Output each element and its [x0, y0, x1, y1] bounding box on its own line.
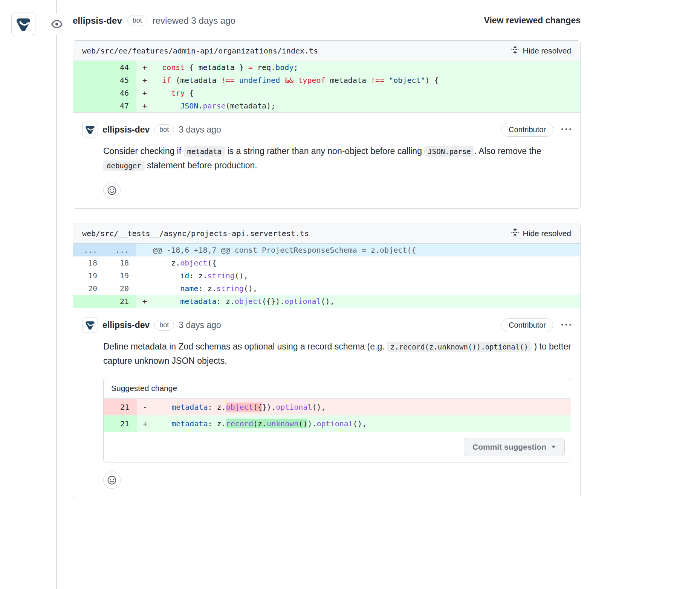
diff-marker: + [136, 61, 153, 74]
diff-line: ......@@ -18,6 +18,7 @@ const ProjectRes… [73, 244, 580, 256]
code-text: z.object({ [153, 256, 580, 269]
review-thread-card-2: web/src/__tests__/async/projects-api.ser… [73, 223, 581, 498]
hide-resolved-button[interactable]: Hide resolved [511, 46, 571, 56]
suggestion-footer: Commit suggestion [104, 432, 571, 462]
diff-marker [136, 256, 153, 269]
ellipsis-logo-icon [15, 15, 32, 33]
line-number: ... [105, 244, 136, 256]
file-path-link[interactable]: web/src/__tests__/async/projects-api.ser… [82, 229, 309, 238]
diff-block: 44+ const { metadata } = req.body;45+ if… [73, 61, 580, 112]
review-action-text: reviewed 3 days ago [153, 15, 235, 26]
kebab-icon [561, 320, 571, 330]
bot-badge: bot [154, 124, 174, 135]
line-number [73, 87, 105, 99]
diff-line: 2020 name: z.string(), [73, 282, 580, 295]
view-reviewed-changes-link[interactable]: View reviewed changes [484, 15, 581, 26]
line-number: 19 [105, 269, 136, 282]
smiley-icon [107, 186, 117, 195]
code-text: metadata: z.object({}).optional(), [153, 295, 580, 308]
eye-icon [48, 14, 66, 35]
fold-icon [511, 46, 519, 56]
file-path-link[interactable]: web/src/ee/features/admin-api/organizati… [82, 46, 318, 55]
commit-suggestion-label: Commit suggestion [472, 443, 546, 452]
diff-line: 21+ metadata: z.object({}).optional(), [73, 295, 580, 308]
diff-marker: + [136, 74, 153, 87]
reviewer-avatar[interactable] [11, 12, 35, 36]
inline-code: debugger [103, 160, 145, 171]
code-text: const { metadata } = req.body; [153, 61, 580, 74]
ellipsis-logo-icon [84, 124, 96, 135]
comment-timestamp[interactable]: 3 days ago [179, 320, 221, 330]
diff-line: 44+ const { metadata } = req.body; [73, 61, 580, 74]
code-text: metadata: z.object({}).optional(), [153, 399, 571, 415]
caret-down-icon [551, 445, 556, 449]
comment-author-name[interactable]: ellipsis-dev [102, 320, 150, 330]
line-number: 46 [105, 87, 136, 99]
diff-line: 45+ if (metadata !== undefined && typeof… [73, 74, 580, 87]
diff-line: 1818 z.object({ [73, 256, 580, 269]
diff-line: 47+ JSON.parse(metadata); [73, 99, 580, 112]
hide-resolved-label: Hide resolved [523, 46, 571, 55]
line-number: 47 [105, 99, 136, 112]
code-text: metadata: z.record(z.unknown()).optional… [153, 415, 571, 432]
add-reaction-button[interactable] [103, 182, 121, 199]
line-number: 20 [105, 282, 136, 295]
comment-options-button[interactable] [561, 320, 571, 330]
diff-marker [136, 269, 153, 282]
commit-suggestion-button[interactable]: Commit suggestion [464, 438, 565, 456]
line-number [73, 61, 105, 74]
line-number: 21 [104, 415, 137, 432]
diff-file-header: web/src/__tests__/async/projects-api.ser… [73, 223, 580, 244]
hide-resolved-button[interactable]: Hide resolved [511, 228, 571, 238]
bot-badge: bot [127, 15, 147, 26]
diff-marker: + [136, 99, 153, 112]
diff-block: ......@@ -18,6 +18,7 @@ const ProjectRes… [73, 244, 580, 308]
review-thread-card-1: web/src/ee/features/admin-api/organizati… [73, 40, 581, 209]
code-text: try { [153, 87, 580, 99]
comment-header: ellipsis-dev bot 3 days ago Contributor [82, 317, 571, 333]
contributor-badge: Contributor [501, 123, 553, 137]
hide-resolved-label: Hide resolved [523, 229, 571, 238]
comment-body: Define metadata in Zod schemas as option… [103, 340, 571, 368]
diff-marker: + [137, 415, 153, 432]
line-number: 44 [105, 61, 136, 74]
contributor-badge: Contributor [501, 318, 553, 332]
line-number: 20 [73, 282, 105, 295]
suggested-change-diff: 21- metadata: z.object({}).optional(),21… [104, 399, 571, 432]
line-number: 21 [104, 399, 137, 415]
timeline-line [56, 0, 57, 589]
diff-line: 46+ try { [73, 87, 580, 99]
comment-author-name[interactable]: ellipsis-dev [102, 125, 150, 135]
add-reaction-button[interactable] [103, 472, 121, 489]
diff-marker: - [137, 399, 153, 415]
comment-author-avatar[interactable] [82, 122, 98, 137]
smiley-icon [107, 475, 117, 485]
line-number: ... [73, 244, 105, 256]
review-comment: ellipsis-dev bot 3 days ago Contributor … [73, 112, 580, 208]
line-number [73, 74, 105, 87]
diff-marker: + [136, 295, 153, 308]
inline-code: z.record(z.unknown()).optional() [387, 342, 532, 352]
diff-marker: + [136, 87, 153, 99]
code-text: JSON.parse(metadata); [153, 99, 580, 112]
line-number: 45 [105, 74, 136, 87]
diff-line: 21+ metadata: z.record(z.unknown()).opti… [104, 415, 571, 432]
line-number: 21 [105, 295, 136, 308]
comment-timestamp[interactable]: 3 days ago [179, 125, 221, 135]
reviewer-name[interactable]: ellipsis-dev [73, 15, 122, 26]
diff-marker [136, 244, 153, 256]
comment-author-avatar[interactable] [82, 317, 98, 333]
comment-body: Consider checking if metadata is a strin… [103, 144, 571, 173]
line-number [73, 295, 105, 308]
review-comment: ellipsis-dev bot 3 days ago Contributor … [73, 308, 580, 498]
inline-code: metadata [184, 146, 225, 157]
comment-options-button[interactable] [561, 125, 571, 134]
suggested-change-title: Suggested change [104, 378, 571, 399]
line-number: 18 [105, 256, 136, 269]
diff-line: 1919 id: z.string(), [73, 269, 580, 282]
suggested-change-block: Suggested change 21- metadata: z.object(… [103, 378, 571, 462]
comment-header: ellipsis-dev bot 3 days ago Contributor [82, 122, 571, 137]
line-number [73, 99, 105, 112]
line-number: 18 [73, 256, 105, 269]
code-text: id: z.string(), [153, 269, 580, 282]
